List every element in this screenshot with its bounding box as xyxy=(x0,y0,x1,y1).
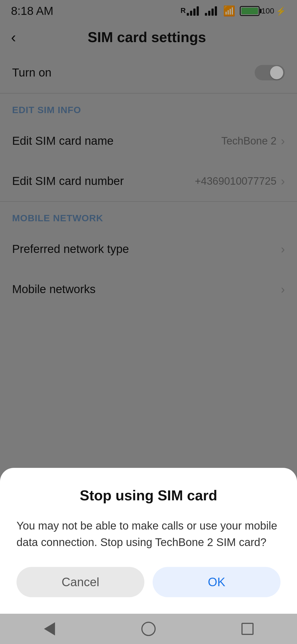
cancel-button[interactable]: Cancel xyxy=(16,567,144,597)
back-triangle-icon xyxy=(44,622,55,635)
ok-button[interactable]: OK xyxy=(153,567,280,597)
stop-using-sim-dialog: Stop using SIM card You may not be able … xyxy=(0,468,297,614)
recent-square-icon xyxy=(241,623,254,635)
modal-overlay: Stop using SIM card You may not be able … xyxy=(0,0,297,644)
home-circle-icon xyxy=(141,622,156,636)
dialog-buttons: Cancel OK xyxy=(16,567,280,597)
dialog-title: Stop using SIM card xyxy=(16,487,280,504)
navigation-bar xyxy=(0,614,297,644)
dialog-body: You may not be able to make calls or use… xyxy=(16,517,280,550)
nav-back-button[interactable] xyxy=(38,618,61,640)
nav-recent-button[interactable] xyxy=(237,618,258,640)
nav-home-button[interactable] xyxy=(138,618,160,640)
